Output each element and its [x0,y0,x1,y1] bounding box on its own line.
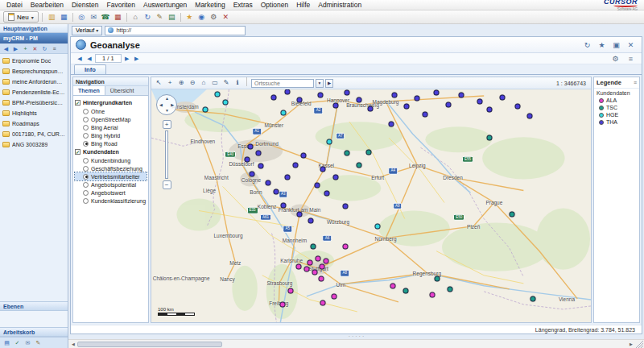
sidebar-item[interactable]: Roadmaps [0,118,68,129]
customer-marker[interactable] [486,107,492,113]
layer-option[interactable]: OpenStreetMap [75,115,147,123]
layer-group-header[interactable]: ✓Hintergrundkarten [75,98,147,107]
customer-marker[interactable] [285,175,291,180]
customer-marker[interactable] [530,296,535,301]
layer-option[interactable]: Geschäftsbeziehung [75,164,147,172]
sidebar-item[interactable]: Ergonomie Doc [0,56,68,66]
map-zoom-control[interactable]: + − [162,120,171,189]
customer-marker[interactable] [333,102,339,108]
menu-item-bearbeiten[interactable]: Bearbeiten [27,1,68,9]
sidebar-section-arbeitskorb[interactable]: Arbeitskorb [0,327,68,337]
customer-marker[interactable] [297,211,303,217]
customer-marker[interactable] [447,286,452,292]
customer-marker[interactable] [415,95,420,101]
customer-marker[interactable] [222,100,228,106]
measure-icon[interactable]: ▭ [210,77,220,89]
new-button[interactable]: Neu ▾ [3,11,39,23]
zoom-in-tool-icon[interactable]: ⊕ [176,77,186,89]
menu-item-favoriten[interactable]: Favoriten [103,1,139,9]
legend-menu-icon[interactable]: ≡ [634,80,637,85]
favorite-icon[interactable]: ★ [596,39,608,51]
layer-group-header[interactable]: ✓Kundendaten [75,147,147,156]
customer-marker[interactable] [303,266,309,271]
pan-down-icon[interactable]: ▼ [165,109,169,113]
customer-marker[interactable] [320,263,325,269]
draw-icon[interactable]: ✎ [221,77,231,89]
customer-marker[interactable] [312,269,317,275]
customer-marker[interactable] [356,163,361,168]
customer-marker[interactable] [255,151,261,156]
settings-icon[interactable]: ⚙ [208,11,220,23]
favorite-icon[interactable]: ★ [184,11,196,23]
prev-page-button[interactable]: ◀ [85,56,93,62]
remove-icon[interactable]: ✕ [31,44,39,53]
customer-marker[interactable] [430,292,436,297]
map-canvas[interactable]: ▲ ▼ ◀ ▶ + − 100 km [151,89,591,322]
customer-marker[interactable] [297,97,303,103]
layer-option[interactable]: Vertriebsmitarbeiter [75,172,147,180]
window-icon[interactable]: ▣ [610,39,622,51]
customer-marker[interactable] [318,276,324,281]
customer-marker[interactable] [324,258,329,263]
customer-marker[interactable] [499,95,505,101]
pan-up-icon[interactable]: ▲ [165,97,169,101]
layer-option[interactable]: Kundenklassifizierung [75,197,147,205]
customer-marker[interactable] [390,283,396,288]
customer-marker[interactable] [250,172,255,177]
customer-marker[interactable] [527,114,533,119]
settings-icon[interactable]: ⚙ [609,53,621,64]
scroll-right-icon[interactable]: ▶ [627,342,635,346]
menu-item-optionen[interactable]: Optionen [257,1,293,9]
customer-marker[interactable] [391,92,397,97]
customer-marker[interactable] [422,112,427,118]
customer-marker[interactable] [245,157,250,163]
customer-marker[interactable] [434,90,440,96]
menu-item-administration[interactable]: Administration [314,1,365,9]
customer-marker[interactable] [326,139,332,145]
customer-marker[interactable] [320,167,326,172]
back-icon[interactable]: ◀ [2,44,10,53]
legend-item[interactable]: HGE [594,111,639,118]
refresh-icon[interactable]: ↻ [581,39,593,51]
sidebar-item[interactable]: meine Anforderungen [SME] [0,77,68,87]
zoom-slider[interactable] [165,130,168,179]
zoom-in-icon[interactable]: + [163,120,171,129]
zoom-out-tool-icon[interactable]: ⊖ [188,77,197,89]
task-icon[interactable]: ✓ [13,338,22,347]
forward-icon[interactable]: ▶ [11,44,20,53]
legend-item[interactable]: THA [594,118,639,126]
nav-tab-themen[interactable]: Themen [73,86,105,95]
customer-marker[interactable] [288,288,294,293]
close-icon[interactable]: ✕ [625,39,637,51]
customer-marker[interactable] [315,183,320,188]
info-tool-icon[interactable]: ℹ [233,77,242,89]
menu-icon[interactable]: ≡ [625,53,637,64]
url-field[interactable]: http:// [105,26,246,35]
menu-item-auswertungen[interactable]: Auswertungen [139,1,191,9]
mail-icon[interactable]: ✉ [23,338,32,347]
layer-option[interactable]: Angebotswert [75,188,147,197]
calendar-icon[interactable]: ▦ [112,11,124,23]
customer-marker[interactable] [273,188,279,194]
customer-marker[interactable] [403,104,409,110]
customer-marker[interactable] [203,107,208,113]
search-go-icon[interactable]: ▶ [325,79,333,88]
legend-item[interactable]: TSC [594,104,639,111]
edit-icon[interactable]: ✎ [154,11,166,23]
customer-marker[interactable] [293,163,299,168]
layer-option[interactable]: Bing Road [75,139,147,147]
map-pan-control[interactable]: ▲ ▼ ◀ ▶ [156,94,177,115]
customer-marker[interactable] [311,243,316,249]
sidebar-group-header[interactable]: myCRM - PM [0,33,68,44]
phone-icon[interactable]: ☎ [100,11,112,23]
customer-marker[interactable] [374,223,380,229]
customer-marker[interactable] [366,150,372,155]
mail-icon[interactable]: ✉ [88,11,100,23]
menu-item-marketing[interactable]: Marketing [191,1,229,9]
customer-marker[interactable] [271,95,277,101]
full-extent-icon[interactable]: ⌂ [199,77,208,89]
menu-item-datei[interactable]: Datei [2,1,27,9]
add-icon[interactable]: + [21,44,30,53]
pan-left-icon[interactable]: ◀ [159,103,163,107]
first-page-button[interactable]: ◀ [76,56,84,62]
